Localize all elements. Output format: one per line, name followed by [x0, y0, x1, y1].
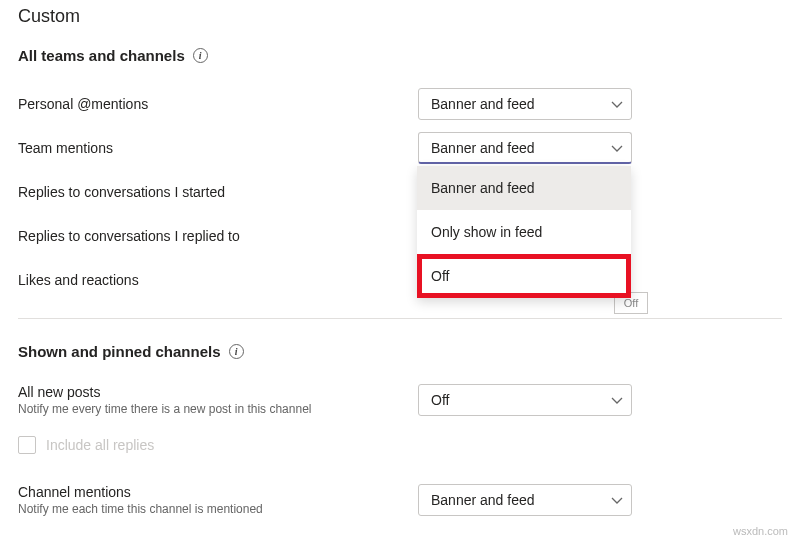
dropdown-team-mentions: Banner and feed Only show in feed Off	[417, 166, 631, 298]
chevron-down-icon	[611, 495, 621, 505]
label-replies-started: Replies to conversations I started	[18, 184, 418, 200]
select-value: Banner and feed	[431, 140, 535, 156]
label-include-all-replies: Include all replies	[46, 437, 154, 453]
page-title: Custom	[18, 6, 782, 27]
select-value: Banner and feed	[431, 492, 535, 508]
info-icon[interactable]: i	[229, 344, 244, 359]
select-value: Off	[431, 392, 449, 408]
select-all-new-posts[interactable]: Off	[418, 384, 632, 416]
row-channel-mentions: Channel mentions Notify me each time thi…	[18, 478, 782, 526]
label-team-mentions: Team mentions	[18, 140, 418, 156]
row-personal-mentions: Personal @mentions Banner and feed	[18, 82, 782, 126]
section-header-shown: Shown and pinned channels i	[18, 343, 782, 360]
select-team-mentions[interactable]: Banner and feed	[418, 132, 632, 164]
select-value: Banner and feed	[431, 96, 535, 112]
dropdown-option-only-show-in-feed[interactable]: Only show in feed	[417, 210, 631, 254]
row-team-mentions: Team mentions Banner and feed	[18, 126, 782, 170]
select-personal-mentions[interactable]: Banner and feed	[418, 88, 632, 120]
label-channel-mentions: Channel mentions Notify me each time thi…	[18, 484, 418, 516]
dropdown-option-banner-and-feed[interactable]: Banner and feed	[417, 166, 631, 210]
row-include-all-replies: Include all replies	[18, 426, 782, 464]
section-divider	[18, 318, 782, 319]
label-personal-mentions: Personal @mentions	[18, 96, 418, 112]
chevron-down-icon	[611, 143, 621, 153]
select-channel-mentions[interactable]: Banner and feed	[418, 484, 632, 516]
row-replies-replied: Replies to conversations I replied to	[18, 214, 782, 258]
checkbox-include-all-replies	[18, 436, 36, 454]
label-likes-reactions: Likes and reactions	[18, 272, 418, 288]
row-replies-started: Replies to conversations I started	[18, 170, 782, 214]
info-icon[interactable]: i	[193, 48, 208, 63]
section-header-shown-label: Shown and pinned channels	[18, 343, 221, 360]
chevron-down-icon	[611, 395, 621, 405]
section-header-teams-label: All teams and channels	[18, 47, 185, 64]
watermark: wsxdn.com	[733, 525, 788, 537]
label-all-new-posts: All new posts Notify me every time there…	[18, 384, 418, 416]
label-sub: Notify me each time this channel is ment…	[18, 502, 418, 516]
row-all-new-posts: All new posts Notify me every time there…	[18, 378, 782, 426]
label-sub: Notify me every time there is a new post…	[18, 402, 418, 416]
label-text: All new posts	[18, 384, 418, 400]
dropdown-option-off[interactable]: Off	[417, 254, 631, 298]
label-text: Channel mentions	[18, 484, 418, 500]
chevron-down-icon	[611, 99, 621, 109]
label-replies-replied: Replies to conversations I replied to	[18, 228, 418, 244]
section-header-teams: All teams and channels i	[18, 47, 782, 64]
row-likes-reactions: Likes and reactions	[18, 258, 782, 302]
